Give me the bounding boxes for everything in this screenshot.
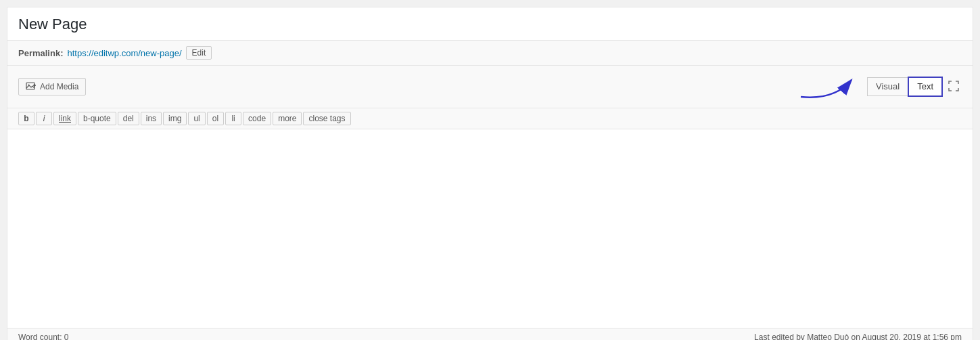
tab-text[interactable]: Text bbox=[908, 77, 943, 97]
editor-area bbox=[7, 129, 973, 328]
permalink-edit-button[interactable]: Edit bbox=[186, 46, 212, 60]
format-code-button[interactable]: code bbox=[243, 112, 271, 125]
svg-rect-0 bbox=[26, 83, 34, 89]
word-count-section: Word count: 0 bbox=[18, 333, 69, 340]
format-ul-button[interactable]: ul bbox=[188, 112, 205, 125]
format-bold-button[interactable]: b bbox=[18, 112, 34, 125]
format-ol-button[interactable]: ol bbox=[207, 112, 224, 125]
fullscreen-icon bbox=[948, 81, 959, 91]
format-close-tags-button[interactable]: close tags bbox=[303, 112, 350, 125]
editor-tabs: Visual Text bbox=[867, 77, 943, 97]
permalink-bar: Permalink: https://editwp.com/new-page/ … bbox=[7, 41, 973, 66]
format-bquote-button[interactable]: b-quote bbox=[78, 112, 116, 125]
add-media-icon bbox=[26, 81, 37, 92]
title-bar: New Page bbox=[7, 7, 973, 41]
format-bar: b i link b-quote del ins img ul ol li co… bbox=[7, 108, 973, 129]
annotation-arrow bbox=[794, 70, 862, 104]
fullscreen-button[interactable] bbox=[946, 78, 962, 96]
last-edited: Last edited by Matteo Duò on August 20, … bbox=[754, 333, 962, 340]
word-count-value: 0 bbox=[64, 333, 69, 340]
format-link-button[interactable]: link bbox=[53, 112, 76, 125]
tab-section: Visual Text bbox=[794, 70, 962, 104]
format-li-button[interactable]: li bbox=[225, 112, 241, 125]
add-media-label: Add Media bbox=[40, 82, 78, 91]
tab-visual[interactable]: Visual bbox=[867, 77, 908, 96]
editor-footer: Word count: 0 Last edited by Matteo Duò … bbox=[7, 328, 973, 340]
editor-textarea[interactable] bbox=[14, 136, 966, 319]
editor-container: New Page Permalink: https://editwp.com/n… bbox=[7, 7, 973, 340]
editor-toolbar-top: Add Media Visual Text bbox=[7, 66, 973, 108]
format-del-button[interactable]: del bbox=[118, 112, 139, 125]
word-count-label: Word count: bbox=[18, 333, 62, 340]
add-media-button[interactable]: Add Media bbox=[18, 78, 86, 95]
format-italic-button[interactable]: i bbox=[36, 112, 52, 125]
format-more-button[interactable]: more bbox=[273, 112, 302, 125]
format-img-button[interactable]: img bbox=[163, 112, 187, 125]
permalink-url[interactable]: https://editwp.com/new-page/ bbox=[67, 48, 181, 58]
format-ins-button[interactable]: ins bbox=[141, 112, 162, 125]
permalink-label: Permalink: bbox=[18, 48, 63, 58]
page-title: New Page bbox=[18, 16, 962, 33]
